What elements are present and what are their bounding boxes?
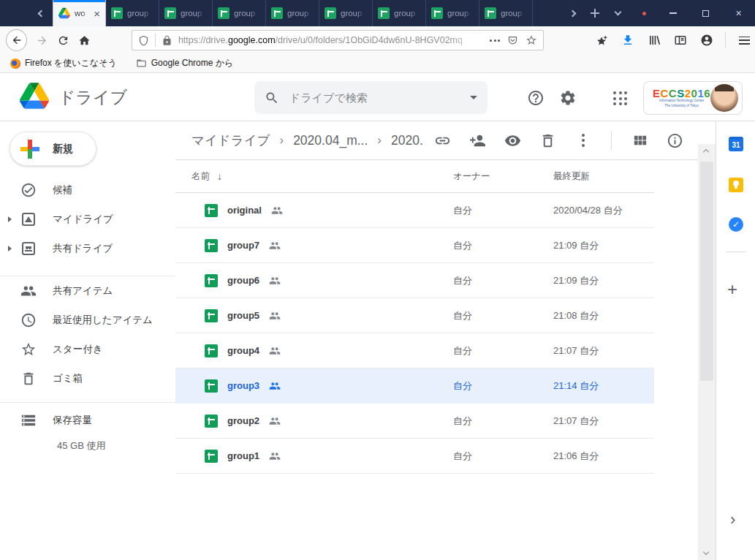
tab-google-sheets-group[interactable]: group [426, 0, 479, 26]
column-header-modified[interactable]: 最終更新 [553, 170, 654, 183]
tracking-shield-icon [138, 35, 149, 46]
tab-close-icon[interactable]: × [94, 8, 100, 19]
file-row[interactable]: group7 自分 21:09 自分 [175, 228, 654, 263]
column-header-owner[interactable]: オーナー [453, 170, 553, 183]
notification-dot-icon [642, 12, 646, 15]
sidebar-item-recent[interactable]: 最近使用したアイテム [0, 306, 175, 335]
search-options-dropdown-icon[interactable] [470, 96, 477, 99]
chevron-right-icon [569, 10, 576, 17]
tab-scroll-right-button[interactable] [561, 11, 584, 16]
scroll-up-icon[interactable] [703, 149, 709, 155]
tab-google-sheets-group[interactable]: group [106, 0, 159, 26]
storage-icon [20, 412, 37, 428]
sidebar-item-storage[interactable]: 保存容量 [0, 406, 175, 435]
google-drive-logo[interactable] [20, 83, 49, 109]
sidebar-item-shared-with-me[interactable]: 共有アイテム [0, 276, 175, 306]
user-avatar[interactable] [710, 84, 738, 112]
tab-google-sheets-group[interactable]: group [373, 0, 426, 26]
pocket-icon[interactable] [507, 35, 518, 46]
grid-view-button[interactable] [631, 132, 648, 149]
account-badge[interactable]: ECCS2016 Information Technology Center T… [643, 81, 743, 115]
column-header-name[interactable]: 名前 ↓ [175, 170, 453, 183]
sidebar-item-priority[interactable]: 候補 [0, 175, 175, 205]
close-window-button[interactable]: × [722, 0, 755, 26]
new-button[interactable]: 新規 [10, 132, 96, 166]
tab-google-sheets-group[interactable]: group [213, 0, 266, 26]
sidebar-toggle-icon[interactable] [669, 29, 691, 51]
link-icon [434, 132, 451, 149]
collapse-panel-button[interactable]: › [730, 512, 735, 528]
tasks-icon[interactable]: ✓ [729, 217, 743, 232]
google-sheets-file-icon [205, 309, 218, 322]
info-button[interactable] [667, 132, 683, 149]
page-actions-icon[interactable] [490, 39, 500, 42]
download-icon[interactable] [617, 29, 639, 51]
url-text[interactable]: https://drive.google.com/drive/u/0/folde… [178, 35, 485, 45]
back-button[interactable] [6, 29, 27, 51]
google-sheets-favicon [164, 7, 176, 19]
add-addon-button[interactable]: + [727, 281, 737, 298]
get-link-button[interactable] [434, 132, 451, 149]
google-apps-grid-icon[interactable] [613, 91, 627, 105]
bookmark-firefox-tips[interactable]: Firefox を使いこなそう [10, 57, 117, 69]
settings-button[interactable] [559, 89, 577, 107]
file-row[interactable]: group2 自分 21:07 自分 [175, 404, 654, 439]
forward-button[interactable] [31, 29, 53, 51]
tab-google-sheets-group[interactable]: group [159, 0, 213, 26]
keep-icon[interactable] [729, 178, 743, 192]
breadcrumb-current-folder[interactable]: 2020. [391, 133, 423, 148]
bookmark-star-icon[interactable] [526, 34, 537, 46]
file-row[interactable]: group3 自分 21:14 自分 [175, 368, 654, 404]
google-plus-icon [20, 140, 39, 159]
gear-icon [559, 89, 577, 107]
sort-descending-icon[interactable]: ↓ [217, 170, 222, 182]
search-input[interactable] [289, 91, 470, 104]
sidebar-item-starred[interactable]: スター付き [0, 335, 175, 364]
share-button[interactable] [469, 132, 486, 149]
help-button[interactable] [527, 89, 545, 107]
scrollbar-thumb[interactable] [700, 162, 713, 381]
menu-button[interactable] [733, 29, 755, 51]
vertical-scrollbar[interactable] [698, 144, 716, 560]
minimize-button[interactable] [656, 0, 689, 26]
url-bar[interactable]: https://drive.google.com/drive/u/0/folde… [132, 30, 544, 50]
help-icon [527, 89, 545, 107]
shared-people-icon [269, 380, 281, 392]
breadcrumb-folder-2020-04[interactable]: 2020.04_m... [293, 133, 368, 148]
preview-button[interactable] [504, 132, 521, 149]
file-row[interactable]: original 自分 2020/04/28 自分 [175, 193, 654, 228]
reload-button[interactable] [53, 29, 74, 51]
file-row[interactable]: group1 自分 21:06 自分 [175, 439, 654, 474]
maximize-button[interactable] [689, 0, 722, 26]
library-star-icon[interactable] [591, 29, 612, 51]
file-name: group6 [227, 275, 259, 286]
scroll-down-icon[interactable] [703, 549, 709, 555]
tab-google-sheets-group[interactable]: group [266, 0, 319, 26]
sidebar-item-shared-drives[interactable]: 共有ドライブ [0, 234, 175, 263]
drive-search-bar[interactable] [254, 81, 487, 114]
file-row[interactable]: group5 自分 21:08 自分 [175, 298, 654, 333]
file-row[interactable]: group6 自分 21:09 自分 [175, 263, 654, 298]
tab-list-dropdown-button[interactable] [606, 12, 629, 15]
new-tab-button[interactable] [584, 0, 606, 26]
breadcrumb-chevron-icon: › [377, 133, 382, 148]
library-icon[interactable] [643, 29, 665, 51]
tab-google-sheets-group[interactable]: group [319, 0, 373, 26]
tab-active-google-drive[interactable]: wo × [53, 0, 106, 26]
bookmark-folder-chrome[interactable]: Google Chrome から [136, 57, 234, 69]
breadcrumb-my-drive[interactable]: マイドライブ [191, 132, 270, 149]
expand-caret-icon[interactable] [8, 246, 12, 251]
file-list: 名前 ↓ オーナー 最終更新 original 自分 202 [175, 160, 654, 474]
delete-button[interactable] [539, 132, 556, 149]
account-icon[interactable] [696, 29, 718, 51]
sidebar-item-trash[interactable]: ゴミ箱 [0, 364, 175, 393]
tab-google-sheets-group[interactable]: group [479, 0, 533, 26]
search-icon[interactable] [265, 91, 279, 105]
more-actions-button[interactable] [574, 132, 591, 149]
tab-scroll-left-button[interactable] [29, 0, 53, 26]
home-button[interactable] [74, 29, 95, 51]
file-row[interactable]: group4 自分 21:07 自分 [175, 333, 654, 368]
calendar-icon[interactable]: 31 [729, 137, 743, 151]
sidebar-item-my-drive[interactable]: マイドライブ [0, 205, 175, 234]
expand-caret-icon[interactable] [8, 216, 12, 222]
